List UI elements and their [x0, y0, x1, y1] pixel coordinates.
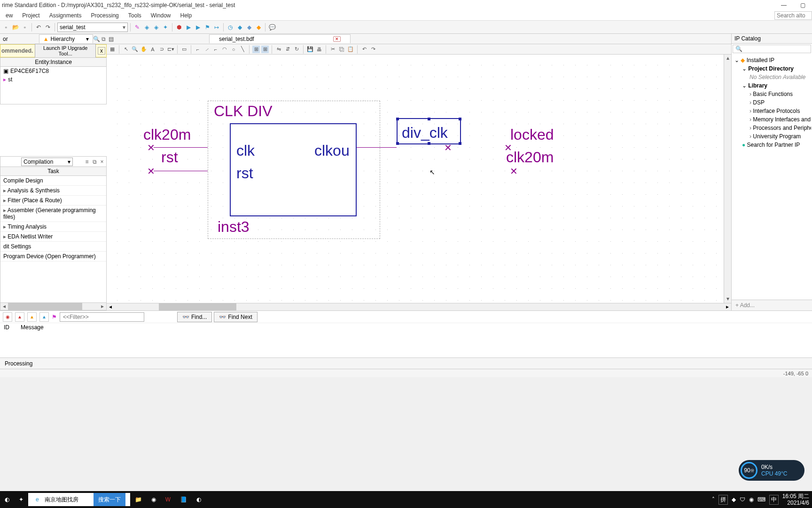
document-tab[interactable]: serial_test.bdf ✕ — [209, 34, 351, 43]
line-icon[interactable]: ╲ — [239, 46, 246, 53]
task-assembler[interactable]: Assembler (Generate programming files) — [0, 206, 106, 222]
tool1-icon[interactable]: ◆ — [235, 23, 244, 32]
ime-pinyin[interactable]: 拼 — [718, 495, 728, 505]
tool3-icon[interactable]: ◆ — [254, 23, 263, 32]
flip-h-icon[interactable]: ⇋ — [275, 46, 282, 53]
menu-processing[interactable]: Processing — [86, 11, 123, 20]
ip-dsp[interactable]: DSP — [733, 98, 811, 107]
msg-all-icon[interactable]: ◉ — [3, 312, 12, 322]
tray-up-icon[interactable]: ˄ — [712, 496, 715, 503]
app-icon-1[interactable]: ✦ — [14, 491, 28, 508]
task-timing[interactable]: Timing Analysis — [0, 222, 106, 232]
ip-partner-search[interactable]: Search for Partner IP — [733, 141, 811, 149]
launch-ip-upgrade-button[interactable]: Launch IP Upgrade Tool... — [35, 44, 96, 58]
task-program-device[interactable]: Program Device (Open Programmer) — [0, 252, 106, 262]
rubber1-icon[interactable]: ⊞ — [252, 46, 260, 53]
paste-icon[interactable]: 📋 — [347, 46, 354, 53]
ip-installed-root[interactable]: ◆ Installed IP — [733, 56, 811, 64]
menu-view[interactable]: ew — [1, 11, 17, 20]
ip-add-button[interactable]: + Add... — [732, 300, 812, 310]
canvas-hscroll[interactable]: ◂ ▸ — [107, 303, 731, 310]
step-icon[interactable]: ↦ — [212, 23, 221, 32]
project-selector[interactable]: serial_test — [57, 23, 128, 32]
chrome-icon[interactable]: ◉ — [147, 491, 161, 508]
wand-icon[interactable]: ✎ — [133, 23, 141, 32]
redo2-icon[interactable]: ↷ — [369, 46, 377, 53]
tasks-pin-icon[interactable]: ⧉ — [91, 159, 98, 165]
tasks-hscroll[interactable]: ◂▸ — [0, 302, 106, 310]
start-button[interactable]: ◐ — [0, 491, 14, 508]
ortho-icon[interactable]: ⌐ — [194, 46, 202, 53]
rubber2-icon[interactable]: ⊞ — [261, 46, 269, 53]
ime-lang[interactable]: 中 — [769, 495, 779, 505]
nav3-icon[interactable]: ✦ — [161, 23, 170, 32]
upgrade-close-button[interactable]: x — [98, 47, 105, 55]
circle-icon[interactable]: ○ — [230, 46, 237, 53]
nav-pin-icon[interactable]: ⧉ — [101, 36, 107, 42]
task-eda[interactable]: EDA Netlist Writer — [0, 232, 106, 242]
doc-nav-icon[interactable]: ▤ — [107, 35, 115, 43]
tasks-close-icon[interactable]: × — [99, 159, 105, 165]
hierarchy-tab[interactable]: ▲ Hierarchy ▾ — [39, 34, 93, 43]
clock-icon[interactable]: ◷ — [226, 23, 234, 32]
task-compile-design[interactable]: Compile Design — [0, 176, 106, 186]
open-icon[interactable]: 📂 — [11, 23, 20, 32]
play2-icon[interactable]: ▶ — [194, 23, 202, 32]
menu-project[interactable]: Project — [17, 11, 44, 20]
diag-icon[interactable]: ⟋ — [203, 46, 211, 53]
canvas-vscroll[interactable]: ▴ ▾ — [724, 55, 731, 303]
flag2-icon[interactable]: ⚑ — [52, 314, 57, 320]
search-altera-input[interactable] — [774, 11, 812, 20]
performance-widget[interactable]: 90分 0K/s CPU 49°C — [739, 460, 804, 481]
ip-processors[interactable]: Processors and Periphera — [733, 124, 811, 132]
play-icon[interactable]: ▶ — [184, 23, 193, 32]
device-row[interactable]: ▣ EP4CE6F17C8 — [0, 67, 106, 75]
task-fitter[interactable]: Fitter (Place & Route) — [0, 196, 106, 206]
grid-icon[interactable]: ▦ — [109, 46, 116, 53]
cut-icon[interactable]: ✂ — [329, 46, 336, 53]
ip-library[interactable]: Library — [733, 81, 811, 90]
schematic-canvas[interactable]: CLK DIV clk rst clkou inst3 clk20m rst ✕… — [107, 55, 731, 303]
hand-icon[interactable]: ✋ — [140, 46, 148, 53]
arc-icon[interactable]: ◠ — [221, 46, 228, 53]
menu-assignments[interactable]: Assignments — [45, 11, 86, 20]
text-icon[interactable]: A — [149, 46, 156, 53]
tray-icon-1[interactable]: ◆ — [732, 496, 736, 503]
pin-tool-icon[interactable]: ⊏▾ — [167, 46, 174, 53]
stop-icon[interactable]: ⬢ — [175, 23, 183, 32]
tray-icon-2[interactable]: 🛡 — [740, 496, 745, 503]
tasks-list-icon[interactable]: ≡ — [84, 159, 90, 165]
instance-row[interactable]: ▸ st — [0, 75, 106, 84]
chat-icon[interactable]: 💬 — [268, 23, 276, 32]
find-button[interactable]: 👓Find... — [177, 312, 212, 322]
bus-icon[interactable]: ⌐ — [212, 46, 219, 53]
app-icon-3[interactable]: ◐ — [192, 491, 206, 508]
ip-interface[interactable]: Interface Protocols — [733, 107, 811, 115]
rotate-icon[interactable]: ↻ — [293, 46, 300, 53]
nav-search-icon[interactable]: 🔍 — [93, 36, 100, 42]
undo-icon[interactable]: ↶ — [34, 23, 43, 32]
copy-icon[interactable]: ⿻ — [338, 46, 345, 53]
find-next-button[interactable]: 👓Find Next — [214, 312, 257, 322]
ip-basic-functions[interactable]: Basic Functions — [733, 90, 811, 98]
nav2-icon[interactable]: ◈ — [152, 23, 160, 32]
explorer-icon[interactable]: 📁 — [130, 491, 147, 508]
menu-help[interactable]: Help — [175, 11, 196, 20]
nav-icon[interactable]: ◈ — [142, 23, 151, 32]
ip-university[interactable]: University Program — [733, 132, 811, 141]
redo-icon[interactable]: ↷ — [44, 23, 52, 32]
save-icon[interactable]: ▫ — [21, 23, 29, 32]
tray-keyboard-icon[interactable]: ⌨ — [757, 496, 765, 503]
new-icon[interactable]: ▫ — [2, 23, 10, 32]
maximize-button[interactable]: ▢ — [793, 2, 812, 8]
msg-info-icon[interactable]: ▲ — [39, 312, 49, 322]
flip-v-icon[interactable]: ⇵ — [284, 46, 291, 53]
search-button[interactable]: 搜索一下 — [94, 493, 125, 506]
menu-window[interactable]: Window — [146, 11, 176, 20]
taskbar-clock[interactable]: 16:05 周二 2021/4/6 — [782, 493, 809, 507]
box-icon[interactable]: ▭ — [180, 46, 188, 53]
tool2-icon[interactable]: ◆ — [245, 23, 253, 32]
symbol-icon[interactable]: ⊃ — [158, 46, 165, 53]
browser-task[interactable]: e 搜索一下 — [28, 493, 130, 506]
msg-err-icon[interactable]: ▲ — [15, 312, 24, 322]
